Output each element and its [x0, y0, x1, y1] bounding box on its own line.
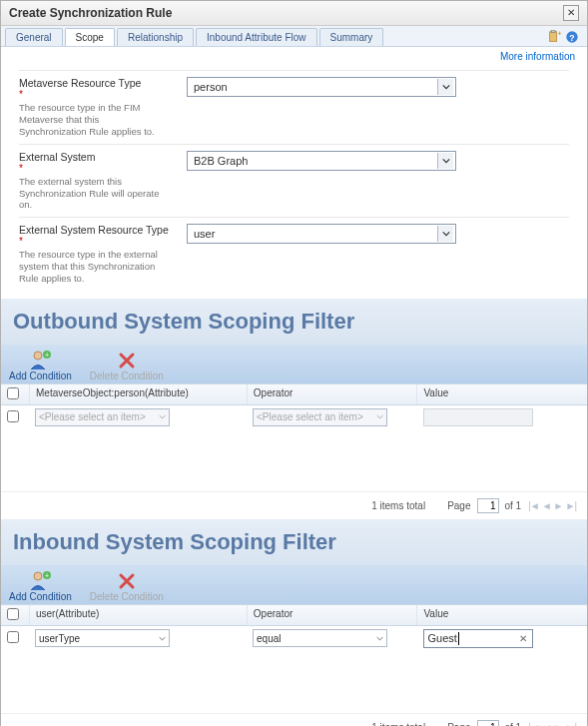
svg-rect-0 — [550, 32, 557, 42]
chevron-down-icon — [376, 635, 383, 642]
select-value: equal — [257, 633, 281, 644]
delete-icon — [113, 349, 141, 370]
operator-select[interactable]: <Please select an item> — [253, 408, 387, 426]
field-label: External System — [19, 151, 169, 163]
text-cursor — [458, 632, 459, 645]
more-info-link[interactable]: More information — [500, 51, 575, 62]
chevron-down-icon — [376, 413, 383, 420]
pager-page-label: Page — [447, 722, 470, 726]
dropdown-value: B2B Graph — [194, 155, 248, 167]
outbound-action-bar: + Add Condition Delete Condition — [1, 345, 587, 383]
select-placeholder: <Please select an item> — [257, 411, 363, 422]
required-marker: * — [19, 163, 169, 174]
clipboard-icon[interactable]: + — [547, 30, 561, 44]
tab-general[interactable]: General — [5, 28, 63, 46]
value-text: Guest — [428, 632, 457, 644]
chevron-down-icon — [437, 153, 453, 169]
inbound-section-title: Inbound System Scoping Filter — [1, 519, 587, 565]
select-placeholder: <Please select an item> — [39, 411, 146, 422]
chevron-down-icon — [159, 413, 166, 420]
pager-next-icon[interactable]: ► — [553, 722, 564, 726]
delete-icon — [113, 569, 141, 591]
action-label: Add Condition — [9, 591, 72, 602]
row-checkbox[interactable] — [7, 631, 19, 643]
inbound-action-bar: + Add Condition Delete Condition — [1, 565, 587, 604]
outbound-table-header: MetaverseObject:person(Attribute) Operat… — [1, 383, 587, 405]
outbound-pager: 1 items total Page of 1 |◄ ◄ ► ►| — [1, 491, 587, 519]
tab-scope[interactable]: Scope — [65, 28, 115, 46]
chevron-down-icon — [437, 79, 453, 95]
svg-text:?: ? — [569, 33, 574, 43]
tabbar: General Scope Relationship Inbound Attri… — [1, 26, 587, 47]
inbound-table-header: user(Attribute) Operator Value — [1, 604, 587, 626]
info-bar: More information — [1, 47, 587, 66]
pager-total: 1 items total — [371, 722, 425, 726]
field-external-type: External System Resource Type * The reso… — [19, 217, 569, 291]
clear-icon[interactable]: ✕ — [516, 631, 530, 646]
tab-summary[interactable]: Summary — [319, 28, 384, 46]
outbound-section-title: Outbound System Scoping Filter — [1, 299, 587, 345]
value-input[interactable]: Guest ✕ — [423, 629, 533, 648]
dialog: Create Synchronization Rule ✕ General Sc… — [0, 0, 588, 726]
pager-page-input[interactable] — [477, 498, 499, 513]
col-attribute: MetaverseObject:person(Attribute) — [29, 384, 247, 404]
col-value: Value — [416, 605, 587, 625]
inbound-table-row: userType equal Guest ✕ — [1, 626, 587, 651]
add-condition-button[interactable]: + Add Condition — [9, 569, 72, 602]
add-condition-button[interactable]: + Add Condition — [9, 349, 72, 381]
action-label: Delete Condition — [90, 370, 164, 381]
external-system-dropdown[interactable]: B2B Graph — [187, 151, 456, 171]
titlebar: Create Synchronization Rule ✕ — [1, 1, 587, 26]
pager-first-icon[interactable]: |◄ — [527, 722, 540, 726]
pager-first-icon[interactable]: |◄ — [527, 500, 540, 511]
outbound-table-row: <Please select an item> <Please select a… — [1, 405, 587, 429]
chevron-down-icon — [159, 635, 166, 642]
tab-relationship[interactable]: Relationship — [117, 28, 194, 46]
dropdown-value: user — [194, 228, 215, 240]
pager-of: of 1 — [505, 500, 522, 511]
col-operator: Operator — [247, 384, 417, 404]
metaverse-type-dropdown[interactable]: person — [187, 77, 456, 97]
select-value: userType — [39, 633, 80, 644]
close-icon[interactable]: ✕ — [563, 5, 579, 21]
col-checkbox — [1, 384, 29, 404]
tab-inbound-attr-flow[interactable]: Inbound Attribute Flow — [196, 28, 317, 46]
select-all-checkbox[interactable] — [7, 387, 19, 399]
required-marker: * — [19, 89, 169, 100]
operator-select[interactable]: equal — [253, 629, 387, 647]
external-type-dropdown[interactable]: user — [187, 224, 456, 244]
svg-rect-1 — [551, 30, 555, 33]
delete-condition-button: Delete Condition — [90, 349, 164, 381]
col-operator: Operator — [247, 605, 417, 625]
field-desc: The resource type in the external system… — [19, 249, 169, 285]
dialog-title: Create Synchronization Rule — [9, 6, 172, 20]
pager-next-icon[interactable]: ► — [553, 500, 564, 511]
row-checkbox[interactable] — [7, 410, 19, 422]
select-all-checkbox[interactable] — [7, 608, 19, 620]
form-area: Metaverse Resource Type * The resource t… — [1, 66, 587, 299]
pager-last-icon[interactable]: ►| — [565, 722, 578, 726]
field-label: Metaverse Resource Type — [19, 77, 169, 89]
value-input[interactable] — [423, 408, 533, 426]
tabbar-icons: + ? — [547, 30, 583, 44]
chevron-down-icon — [437, 226, 453, 242]
user-add-icon: + — [26, 569, 54, 591]
pager-page-input[interactable] — [477, 720, 499, 726]
pager-last-icon[interactable]: ►| — [565, 500, 578, 511]
attribute-select[interactable]: userType — [35, 629, 170, 647]
help-icon[interactable]: ? — [565, 30, 579, 44]
field-desc: The resource type in the FIM Metaverse t… — [19, 102, 169, 138]
pager-prev-icon[interactable]: ◄ — [541, 500, 552, 511]
pager-prev-icon[interactable]: ◄ — [541, 722, 552, 726]
pager-total: 1 items total — [371, 500, 425, 511]
pager-page-label: Page — [447, 500, 470, 511]
col-value: Value — [416, 384, 587, 404]
required-marker: * — [19, 236, 169, 247]
svg-text:+: + — [45, 352, 49, 359]
col-attribute: user(Attribute) — [29, 605, 247, 625]
action-label: Add Condition — [9, 370, 72, 381]
attribute-select[interactable]: <Please select an item> — [35, 408, 170, 426]
dropdown-value: person — [194, 81, 228, 93]
user-add-icon: + — [26, 349, 54, 370]
field-metaverse-type: Metaverse Resource Type * The resource t… — [19, 70, 569, 144]
